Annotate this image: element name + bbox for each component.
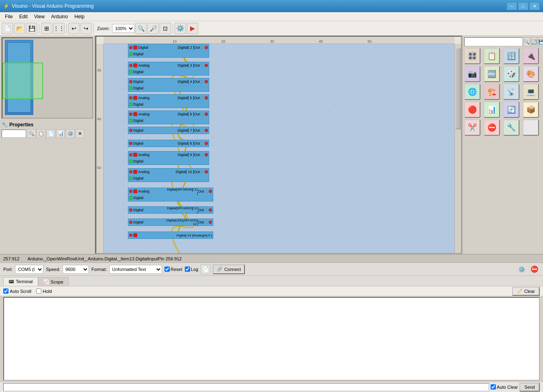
palette-package[interactable]: 📦 — [523, 102, 539, 118]
minimap[interactable] — [2, 37, 93, 119]
redo-button[interactable]: ↪ — [80, 23, 92, 34]
clear-icon: 🧹 — [517, 288, 523, 294]
port-select[interactable]: COM5 (l — [15, 265, 43, 274]
palette-comm[interactable]: 📡 — [503, 84, 519, 100]
compile-button[interactable]: ⚙️ — [175, 23, 186, 34]
zoom-fit-button[interactable]: ⊡ — [160, 23, 171, 34]
close-button[interactable]: ✕ — [529, 2, 540, 10]
props-search-input[interactable] — [2, 130, 26, 138]
titlebar: ⚡ Visuino - Visual Arduino Programming ─… — [0, 0, 543, 12]
serial-log-button[interactable]: 📄 — [201, 264, 210, 274]
serial-stop-icon[interactable]: ⛔ — [529, 264, 540, 275]
open-button[interactable]: 📂 — [14, 23, 25, 34]
canvas-content[interactable]: Digital Digital[ 2 ] Out Digital — [104, 44, 461, 253]
upload-button[interactable]: ▶ — [187, 23, 198, 34]
speed-select[interactable]: 9600 — [63, 265, 89, 274]
minimap-viewport — [2, 63, 43, 99]
reset-check-label[interactable]: Reset — [164, 266, 182, 272]
zoom-out-button[interactable]: 🔎 — [147, 23, 159, 34]
menu-help[interactable]: Help — [71, 13, 88, 20]
zoom-select[interactable]: 50% 75% 100% 150% 200% — [112, 24, 134, 33]
digital-13-block[interactable]: Digital Digital(LED)(SPI-SCK)[ 13 ] Out — [128, 219, 213, 226]
format-select[interactable]: Unformatted Text — [109, 265, 162, 274]
digital-7-block[interactable]: Digital Digital[ 7 ] Out — [128, 127, 209, 134]
palette-io[interactable]: 🔌 — [523, 48, 539, 64]
maximize-button[interactable]: □ — [518, 2, 528, 10]
terminal-tabs: 📟 Terminal 📈 Scope — [0, 276, 543, 286]
ruler-h-tick-20: 20 — [221, 39, 225, 43]
hold-checkbox[interactable] — [36, 288, 41, 294]
terminal-tab-icon: 📟 — [9, 279, 14, 284]
palette-display[interactable]: 💻 — [523, 84, 539, 100]
canvas-area[interactable]: 10 20 30 40 50 30 40 50 — [95, 36, 462, 254]
terminal-output[interactable] — [3, 297, 540, 381]
digital-5-block[interactable]: Analog Digital[ 5 ] Out Digital — [128, 94, 209, 108]
palette-tools[interactable]: 🔧 — [503, 119, 519, 136]
palette-cut[interactable]: ✂️ — [464, 119, 480, 136]
digital-6-block[interactable]: Analog Digital[ 6 ] Out Digital — [128, 110, 209, 124]
digital-12-block[interactable]: Digital Digital[SPI-MISO][ 12 ] Out — [128, 206, 213, 214]
snap-button[interactable]: ⋮⋮ — [53, 23, 65, 34]
clear-button[interactable]: 🧹 Clear — [512, 287, 540, 296]
digital-11-block[interactable]: Analog Digital[SPI-MOSI][ 11 ] Out Digit… — [128, 188, 213, 201]
menu-file[interactable]: File — [2, 13, 16, 20]
digital-2-block[interactable]: Digital Digital[ 2 ] Out Digital — [128, 44, 209, 58]
digital-3-block[interactable]: Analog Digital[ 3 ] Out Digital — [128, 62, 209, 76]
palette-stop[interactable]: ⛔ — [484, 119, 500, 136]
reset-checkbox[interactable] — [164, 266, 170, 272]
palette-red[interactable]: 🔴 — [464, 102, 480, 118]
tab-scope[interactable]: 📈 Scope — [38, 277, 69, 286]
autoscroll-checkbox[interactable] — [3, 288, 9, 294]
serial-settings-icon[interactable]: ⚙️ — [516, 264, 527, 275]
props-settings-button[interactable]: ⚙️ — [66, 129, 75, 138]
palette-search-button[interactable]: 🔍 — [524, 37, 530, 46]
log-check-label[interactable]: Log — [185, 266, 198, 272]
palette-process[interactable]: 🔄 — [503, 102, 519, 118]
props-view-button[interactable]: 📊 — [56, 129, 65, 138]
send-button[interactable]: Send — [519, 383, 540, 392]
save-button[interactable]: 💾 — [26, 23, 37, 34]
digital-10-block[interactable]: Analog Digital[ 10 ] Out Digital — [128, 168, 209, 182]
vscroll-thumb[interactable] — [455, 48, 461, 129]
autoscroll-label[interactable]: Auto Scroll — [3, 288, 31, 294]
menu-view[interactable]: View — [31, 13, 48, 20]
undo-button[interactable]: ↩ — [68, 23, 80, 34]
palette-builder[interactable]: 🏗️ — [484, 84, 500, 100]
props-delete-button[interactable]: ✕ — [76, 129, 84, 138]
palette-text[interactable]: 🔤 — [484, 66, 500, 82]
autoclear-checkbox[interactable] — [491, 384, 496, 390]
palette-math[interactable]: 🔢 — [503, 48, 519, 64]
menu-arduino[interactable]: Arduino — [48, 13, 71, 20]
props-paste-button[interactable]: 📄 — [46, 129, 55, 138]
zoom-in-button[interactable]: 🔍 — [135, 23, 147, 34]
props-title: Properties — [9, 122, 33, 128]
palette-color[interactable]: 🎨 — [523, 66, 539, 82]
digital-9-block[interactable]: Analog Digital[ 9 ] Out Digital — [128, 151, 209, 165]
digital-8-block[interactable]: Digital Digital[ 8 ] Out — [128, 140, 209, 147]
autoclear-label[interactable]: Auto Clear — [491, 384, 518, 390]
vscroll-track[interactable] — [454, 44, 461, 253]
palette-save-button[interactable]: 💾 — [538, 37, 543, 46]
digital-14-block[interactable]: Digital[ 14 ]/AnalogIn[ 0 ] — [128, 232, 213, 239]
palette-boards[interactable]: 🎛️ — [464, 48, 480, 64]
palette-chart[interactable]: 📊 — [484, 102, 500, 118]
tab-terminal[interactable]: 📟 Terminal — [3, 277, 38, 286]
hold-label[interactable]: Hold — [36, 288, 52, 294]
props-search-button[interactable]: 🔍 — [27, 129, 36, 138]
connect-button[interactable]: 🔗 Connect — [213, 264, 245, 274]
props-copy-button[interactable]: 📋 — [37, 129, 45, 138]
palette-camera[interactable]: 📷 — [464, 66, 480, 82]
canvas-ruler-h: 10 20 30 40 50 — [104, 37, 454, 44]
palette-basic[interactable]: 📋 — [484, 48, 500, 64]
terminal-input[interactable] — [3, 383, 489, 391]
new-button[interactable]: 📄 — [2, 23, 13, 34]
minimize-button[interactable]: ─ — [506, 2, 517, 10]
log-checkbox[interactable] — [185, 266, 190, 272]
menu-edit[interactable]: Edit — [16, 13, 31, 20]
palette-refresh-button[interactable]: 🔄 — [531, 37, 537, 46]
digital-4-block[interactable]: Digital Digital[ 4 ] Out Digital — [128, 78, 209, 92]
palette-random[interactable]: 🎲 — [503, 66, 519, 82]
palette-search-input[interactable] — [464, 37, 523, 46]
grid-button[interactable]: ⊞ — [41, 23, 52, 34]
palette-network[interactable]: 🌐 — [464, 84, 480, 100]
